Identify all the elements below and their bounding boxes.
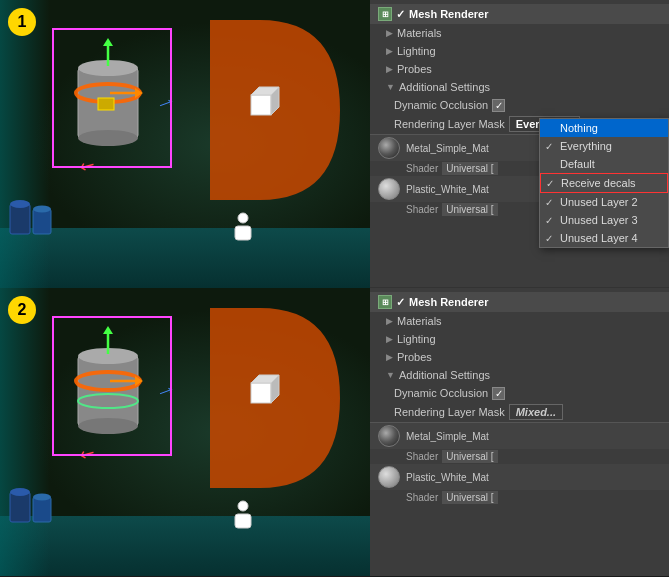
material-sphere-2-2 bbox=[378, 466, 400, 488]
dropdown-label-layer3-1: Unused Layer 3 bbox=[560, 214, 638, 226]
shader-label-2-2: Shader bbox=[406, 492, 438, 503]
main-panel: → ↙ bbox=[0, 0, 669, 577]
shader-row-2-1: Shader Universal [ bbox=[370, 449, 669, 464]
check-layer3-1: ✓ bbox=[545, 215, 553, 226]
lighting-label-2: Lighting bbox=[397, 333, 436, 345]
enabled-check-2: ✓ bbox=[396, 296, 405, 309]
viewport-2: → ↙ bbox=[0, 288, 370, 576]
svg-rect-17 bbox=[235, 226, 251, 240]
paint-cans bbox=[8, 184, 58, 248]
additional-settings-label-1: Additional Settings bbox=[399, 81, 490, 93]
probes-arrow-1 bbox=[386, 64, 393, 74]
mesh-renderer-icon-1: ⊞ bbox=[378, 7, 392, 21]
materials-section-1[interactable]: Materials bbox=[370, 24, 669, 42]
additional-settings-2[interactable]: Additional Settings bbox=[370, 366, 669, 384]
probes-arrow-2 bbox=[386, 352, 393, 362]
check-layer2-1: ✓ bbox=[545, 197, 553, 208]
svg-point-19 bbox=[10, 488, 30, 496]
mesh-renderer-title-1: Mesh Renderer bbox=[409, 8, 488, 20]
dynamic-occlusion-row-2: Dynamic Occlusion ✓ bbox=[370, 384, 669, 402]
dropdown-label-default-1: Default bbox=[560, 158, 595, 170]
shader-label-1-2: Shader bbox=[406, 204, 438, 215]
lighting-arrow-1 bbox=[386, 46, 393, 56]
enabled-check-1: ✓ bbox=[396, 8, 405, 21]
dynamic-occlusion-check-1[interactable]: ✓ bbox=[492, 99, 505, 112]
material-sphere-2-1 bbox=[378, 425, 400, 447]
shader-value-2-1: Universal [ bbox=[442, 450, 497, 463]
probes-label-2: Probes bbox=[397, 351, 432, 363]
dynamic-occlusion-label-1: Dynamic Occlusion bbox=[394, 99, 488, 111]
dropdown-item-layer4-1[interactable]: ✓ Unused Layer 4 bbox=[540, 229, 668, 247]
inspector-1: ⊞ ✓ Mesh Renderer Materials Lighting Pro… bbox=[370, 0, 669, 287]
svg-rect-18 bbox=[10, 492, 30, 522]
svg-rect-35 bbox=[235, 514, 251, 528]
dropdown-item-layer3-1[interactable]: ✓ Unused Layer 3 bbox=[540, 211, 668, 229]
selection-box-2 bbox=[52, 316, 172, 456]
additional-settings-label-2: Additional Settings bbox=[399, 369, 490, 381]
material-name-2-2: Plastic_White_Mat bbox=[406, 472, 661, 483]
shader-value-2-2: Universal [ bbox=[442, 491, 497, 504]
additional-settings-arrow-2 bbox=[386, 370, 395, 380]
check-everything-1: ✓ bbox=[545, 141, 553, 152]
rendering-layer-label-2: Rendering Layer Mask bbox=[394, 406, 505, 418]
check-receive-decals-1: ✓ bbox=[546, 178, 554, 189]
dropdown-label-layer2-1: Unused Layer 2 bbox=[560, 196, 638, 208]
probes-section-2[interactable]: Probes bbox=[370, 348, 669, 366]
probes-section-1[interactable]: Probes bbox=[370, 60, 669, 78]
section-1: → ↙ bbox=[0, 0, 669, 288]
paint-cans-2 bbox=[8, 472, 58, 536]
dropdown-item-layer2-1[interactable]: ✓ Unused Layer 2 bbox=[540, 193, 668, 211]
material-sphere-1-2 bbox=[378, 178, 400, 200]
person-icon-1 bbox=[231, 212, 255, 246]
shader-value-1-1: Universal [ bbox=[442, 162, 497, 175]
svg-rect-31 bbox=[251, 383, 271, 403]
svg-point-21 bbox=[33, 494, 51, 501]
dynamic-occlusion-label-2: Dynamic Occlusion bbox=[394, 387, 488, 399]
svg-point-34 bbox=[238, 501, 248, 511]
materials-section-2[interactable]: Materials bbox=[370, 312, 669, 330]
lighting-label-1: Lighting bbox=[397, 45, 436, 57]
shader-label-1-1: Shader bbox=[406, 163, 438, 174]
svg-point-3 bbox=[33, 206, 51, 213]
number-badge-1: 1 bbox=[8, 8, 36, 36]
materials-arrow-2 bbox=[386, 316, 393, 326]
shader-label-2-1: Shader bbox=[406, 451, 438, 462]
probes-label-1: Probes bbox=[397, 63, 432, 75]
svg-rect-0 bbox=[10, 204, 30, 234]
mesh-renderer-icon-2: ⊞ bbox=[378, 295, 392, 309]
svg-rect-13 bbox=[251, 95, 271, 115]
section-2: → ↙ bbox=[0, 288, 669, 576]
cube-icon-1 bbox=[249, 85, 285, 125]
shader-value-1-2: Universal [ bbox=[442, 203, 497, 216]
material-row-2-2: Plastic_White_Mat bbox=[370, 464, 669, 490]
dropdown-label-layer4-1: Unused Layer 4 bbox=[560, 232, 638, 244]
dropdown-menu-1: Nothing ✓ Everything Default ✓ Receive d… bbox=[539, 118, 669, 248]
lighting-section-2[interactable]: Lighting bbox=[370, 330, 669, 348]
mesh-renderer-header-2: ⊞ ✓ Mesh Renderer bbox=[370, 292, 669, 312]
viewport-1: → ↙ bbox=[0, 0, 370, 288]
dropdown-item-nothing-1[interactable]: Nothing bbox=[540, 119, 668, 137]
materials-arrow-1 bbox=[386, 28, 393, 38]
material-row-2-1: Metal_Simple_Mat bbox=[370, 423, 669, 449]
material-name-2-1: Metal_Simple_Mat bbox=[406, 431, 661, 442]
additional-settings-arrow-1 bbox=[386, 82, 395, 92]
person-icon-2 bbox=[231, 500, 255, 534]
dropdown-item-receive-decals-1[interactable]: ✓ Receive decals bbox=[540, 173, 668, 193]
materials-label-2: Materials bbox=[397, 315, 442, 327]
dropdown-item-everything-1[interactable]: ✓ Everything bbox=[540, 137, 668, 155]
layer-value-box-2[interactable]: Mixed... bbox=[509, 404, 563, 420]
selection-box-1 bbox=[52, 28, 172, 168]
check-layer4-1: ✓ bbox=[545, 233, 553, 244]
cube-icon-2 bbox=[249, 373, 285, 413]
dropdown-label-nothing-1: Nothing bbox=[560, 122, 598, 134]
svg-point-1 bbox=[10, 200, 30, 208]
rendering-layer-label-1: Rendering Layer Mask bbox=[394, 118, 505, 130]
mesh-renderer-title-2: Mesh Renderer bbox=[409, 296, 488, 308]
inspector-2: ⊞ ✓ Mesh Renderer Materials Lighting Pro… bbox=[370, 288, 669, 576]
material-sphere-1-1 bbox=[378, 137, 400, 159]
dynamic-occlusion-check-2[interactable]: ✓ bbox=[492, 387, 505, 400]
additional-settings-1[interactable]: Additional Settings bbox=[370, 78, 669, 96]
lighting-section-1[interactable]: Lighting bbox=[370, 42, 669, 60]
materials-label-1: Materials bbox=[397, 27, 442, 39]
dropdown-item-default-1[interactable]: Default bbox=[540, 155, 668, 173]
